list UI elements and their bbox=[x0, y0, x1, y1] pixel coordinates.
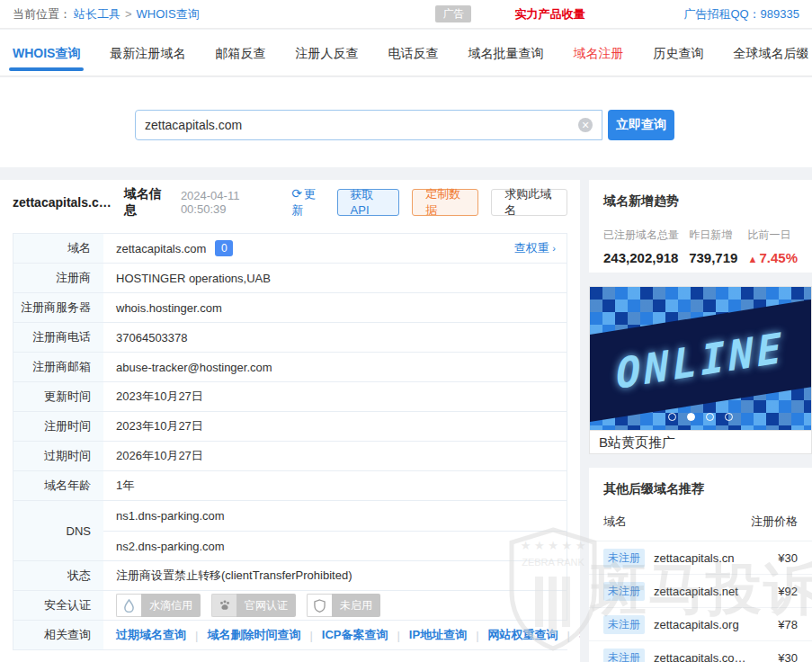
breadcrumb-separator: > bbox=[125, 7, 132, 21]
unregistered-tag[interactable]: 未注册 bbox=[603, 649, 645, 662]
table-row-domain: 域名 zettacapitals.com 0 查权重 › bbox=[13, 234, 567, 264]
carousel-dots bbox=[590, 413, 811, 421]
suffix-row-net[interactable]: 未注册 zettacapitals.net ¥92 bbox=[589, 575, 812, 608]
carousel-dot-4[interactable] bbox=[725, 413, 733, 421]
suffix-col-domain: 域名 bbox=[603, 514, 627, 530]
link-domain-delete-time[interactable]: 域名删除时间查询 bbox=[207, 627, 300, 643]
breadcrumb-label: 当前位置： bbox=[13, 6, 71, 22]
table-row-registrar-email: 注册商邮箱 abuse-tracker@hostinger.com bbox=[13, 353, 567, 382]
whois-result-card: zettacapitals.c… 域名信息 2024-04-11 00:50:3… bbox=[0, 180, 580, 662]
link-ip-address-query[interactable]: IP地址查询 bbox=[409, 627, 467, 643]
table-row-registrar: 注册商 HOSTINGER operations,UAB bbox=[13, 264, 567, 293]
carousel-dot-1[interactable] bbox=[668, 413, 676, 421]
carousel-dot-3[interactable] bbox=[706, 413, 714, 421]
buy-domain-button[interactable]: 求购此域名 bbox=[491, 189, 567, 216]
link-separator: | bbox=[397, 629, 399, 642]
dns-server-2: ns2.dns-parking.com bbox=[103, 531, 567, 560]
suffix-row-co[interactable]: 未注册 zettacapitals.co… ¥30 bbox=[589, 641, 812, 662]
carousel-dot-2[interactable] bbox=[687, 413, 695, 421]
water-drop-icon bbox=[116, 594, 141, 617]
weight-badge[interactable]: 0 bbox=[215, 240, 233, 256]
link-separator: | bbox=[567, 629, 570, 642]
table-row-whois-server: 注册商服务器 whois.hostinger.com bbox=[13, 293, 567, 323]
domain-trend-card: 域名新增趋势 已注册域名总量 243,202,918 昨日新增 739,719 … bbox=[589, 180, 812, 273]
shield-icon bbox=[307, 594, 332, 617]
dns-server-1: ns1.dns-parking.com bbox=[103, 501, 567, 531]
suffix-row-cn[interactable]: 未注册 zettacapitals.cn ¥30 bbox=[589, 541, 812, 575]
nav-tab-whois[interactable]: WHOIS查询 bbox=[13, 30, 80, 76]
refresh-icon: ⟳ bbox=[291, 186, 302, 201]
table-row-domain-age: 域名年龄 1年 bbox=[13, 471, 567, 501]
table-row-created-date: 注册时间 2023年10月27日 bbox=[13, 412, 567, 442]
table-row-updated-date: 更新时间 2023年10月27日 bbox=[13, 382, 567, 412]
domain-search-input[interactable] bbox=[145, 118, 578, 132]
refresh-link[interactable]: ⟳更新 bbox=[291, 186, 324, 219]
chevron-right-icon: › bbox=[552, 243, 556, 254]
search-submit-button[interactable]: 立即查询 bbox=[608, 110, 674, 140]
check-weight-link[interactable]: 查权重 › bbox=[514, 240, 556, 256]
unregistered-tag[interactable]: 未注册 bbox=[603, 549, 645, 568]
nav-tab-newly-registered[interactable]: 最新注册域名 bbox=[110, 30, 185, 76]
security-badge-disabled[interactable]: 未启用 bbox=[307, 594, 380, 617]
main-nav: WHOIS查询 最新注册域名 邮箱反查 注册人反查 电话反查 域名批量查询 域名… bbox=[0, 30, 812, 76]
result-domain-name: zettacapitals.c… bbox=[13, 195, 112, 210]
nav-tab-email-reverse[interactable]: 邮箱反查 bbox=[215, 30, 265, 76]
result-header: zettacapitals.c… 域名信息 2024-04-11 00:50:3… bbox=[0, 182, 580, 222]
custom-data-button[interactable]: 定制数据 bbox=[412, 189, 478, 216]
unregistered-tag[interactable]: 未注册 bbox=[603, 582, 645, 601]
breadcrumb-link-whois[interactable]: WHOIS查询 bbox=[137, 6, 200, 22]
nav-tab-history-query[interactable]: 历史查询 bbox=[653, 30, 703, 76]
link-seo-overview-query[interactable]: SEO综合查询 bbox=[579, 627, 580, 643]
table-row-registrar-phone: 注册商电话 37064503378 bbox=[13, 323, 567, 353]
topbar-right: 广告 实力产品收量 广告招租QQ：989335 bbox=[435, 5, 799, 22]
query-timestamp: 2024-04-11 00:50:39 bbox=[181, 189, 279, 216]
whois-table: 域名 zettacapitals.com 0 查权重 › 注册商 HOSTING… bbox=[13, 233, 567, 650]
row-label: 域名 bbox=[13, 234, 103, 263]
banner-online-text: ONLINE bbox=[615, 323, 787, 398]
table-row-status: 状态 注册商设置禁止转移(clientTransferProhibited) bbox=[13, 561, 567, 591]
promo-ad-link[interactable]: 实力产品收量 bbox=[514, 6, 584, 22]
ad-banner-image[interactable]: ONLINE bbox=[590, 287, 811, 430]
topbar: 当前位置： 站长工具 > WHOIS查询 广告 实力产品收量 广告招租QQ：98… bbox=[0, 0, 812, 29]
suffix-row-org[interactable]: 未注册 zettacapitals.org ¥78 bbox=[589, 608, 812, 641]
link-separator: | bbox=[195, 629, 198, 642]
suffix-recommend-card: 其他后缀域名推荐 域名 注册价格 未注册 zettacapitals.cn ¥3… bbox=[589, 468, 812, 662]
security-badge-official-site[interactable]: 官网认证 bbox=[211, 594, 296, 617]
link-icp-record-query[interactable]: ICP备案查询 bbox=[322, 627, 388, 643]
nav-tab-global-suffix[interactable]: 全球域名后缀 bbox=[733, 30, 808, 76]
nav-tab-batch-query[interactable]: 域名批量查询 bbox=[468, 30, 543, 76]
table-row-related: 相关查询 过期域名查询 | 域名删除时间查询 | ICP备案查询 | IP地址查… bbox=[13, 621, 567, 650]
ad-carousel-card: ONLINE B站黄页推广 bbox=[589, 286, 812, 454]
suffix-card-title: 其他后缀域名推荐 bbox=[589, 468, 812, 508]
link-separator: | bbox=[309, 629, 312, 642]
nav-tab-phone-reverse[interactable]: 电话反查 bbox=[388, 30, 438, 76]
domain-value: zettacapitals.com bbox=[116, 242, 206, 255]
ad-banner-caption[interactable]: B站黄页推广 bbox=[590, 430, 811, 453]
banner-band: ONLINE bbox=[590, 294, 811, 428]
trend-card-title: 域名新增趋势 bbox=[589, 180, 812, 220]
table-row-security: 安全认证 水滴信用 bbox=[13, 591, 567, 621]
suffix-col-price: 注册价格 bbox=[751, 514, 798, 530]
unregistered-tag[interactable]: 未注册 bbox=[603, 615, 645, 634]
table-row-dns: DNS ns1.dns-parking.com ns2.dns-parking.… bbox=[13, 501, 567, 561]
get-api-button[interactable]: 获取API bbox=[337, 189, 400, 216]
search-input-wrap: ✕ bbox=[135, 110, 602, 140]
clear-input-icon[interactable]: ✕ bbox=[578, 118, 593, 132]
domain-info-label: 域名信息 bbox=[124, 186, 170, 219]
table-row-expiry-date: 过期时间 2026年10月27日 bbox=[13, 442, 567, 471]
paw-icon bbox=[211, 594, 236, 617]
nav-tab-domain-register[interactable]: 域名注册 bbox=[573, 30, 623, 76]
ad-badge: 广告 bbox=[435, 5, 471, 22]
security-badge-shuidi[interactable]: 水滴信用 bbox=[116, 594, 201, 617]
link-separator: | bbox=[476, 629, 478, 642]
breadcrumb-link-tools[interactable]: 站长工具 bbox=[74, 6, 120, 22]
stat-vs-previous-day: 比前一日 ▲7.45% bbox=[748, 228, 798, 265]
link-expired-domain-query[interactable]: 过期域名查询 bbox=[116, 627, 186, 643]
up-triangle-icon: ▲ bbox=[748, 254, 758, 264]
ad-contact-link[interactable]: 广告招租QQ：989335 bbox=[683, 6, 799, 22]
stat-total-registered: 已注册域名总量 243,202,918 bbox=[603, 228, 679, 265]
link-site-weight-query[interactable]: 网站权重查询 bbox=[488, 627, 558, 643]
search-section: ✕ 立即查询 bbox=[0, 77, 812, 167]
page: 当前位置： 站长工具 > WHOIS查询 广告 实力产品收量 广告招租QQ：98… bbox=[0, 0, 812, 662]
nav-tab-registrant-reverse[interactable]: 注册人反查 bbox=[295, 30, 358, 76]
